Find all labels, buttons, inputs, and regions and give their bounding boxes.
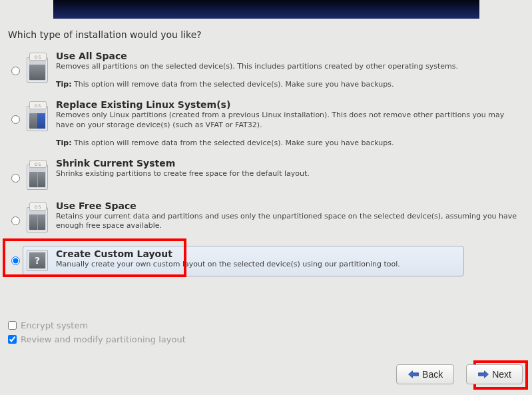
button-label: Next	[492, 369, 511, 380]
radio-custom-layout[interactable]	[11, 256, 20, 265]
checkbox-review-input[interactable]	[8, 335, 17, 344]
option-shrink[interactable]: OS Shrink Current System Shrinks existin…	[8, 155, 524, 194]
radio-shrink[interactable]	[11, 174, 20, 183]
checkbox-review-layout[interactable]: Review and modify partitioning layout	[8, 334, 186, 344]
option-title: Replace Existing Linux System(s)	[56, 99, 520, 110]
back-button[interactable]: Back	[396, 364, 454, 384]
option-desc: Removes all partitions on the selected d…	[56, 62, 520, 72]
option-custom-layout[interactable]: Create Custom Layout Manually create you…	[8, 243, 524, 275]
option-icon: OS	[23, 99, 52, 131]
option-tip: Tip: This option will remove data from t…	[56, 139, 520, 147]
checkbox-label: Encrypt system	[21, 320, 88, 330]
checkbox-label: Review and modify partitioning layout	[21, 334, 186, 344]
button-label: Back	[422, 369, 443, 380]
option-use-all-space[interactable]: OS Use All Space Removes all partitions …	[8, 48, 524, 93]
option-desc: Manually create your own custom layout o…	[56, 260, 520, 270]
page-question: Which type of installation would you lik…	[8, 29, 202, 40]
arrow-right-icon	[477, 370, 489, 379]
option-icon: OS	[23, 51, 52, 83]
next-button[interactable]: Next	[466, 364, 523, 384]
option-icon: OS	[23, 158, 52, 190]
option-tip: Tip: This option will remove data from t…	[56, 80, 520, 89]
arrow-left-icon	[407, 370, 419, 379]
option-replace-linux[interactable]: OS Replace Existing Linux System(s) Remo…	[8, 97, 524, 151]
checkbox-encrypt-system[interactable]: Encrypt system	[8, 320, 186, 330]
radio-replace-linux[interactable]	[11, 115, 20, 124]
radio-use-all-space[interactable]	[11, 67, 20, 75]
option-icon: OS	[23, 200, 52, 232]
option-desc: Removes only Linux partitions (created f…	[56, 111, 520, 131]
option-desc: Retains your current data and partitions…	[56, 212, 520, 232]
header-banner	[53, 0, 479, 19]
extra-options: Encrypt system Review and modify partiti…	[8, 316, 186, 344]
option-icon	[23, 246, 52, 271]
option-title: Use Free Space	[56, 200, 520, 211]
option-desc: Shrinks existing partitions to create fr…	[56, 169, 520, 179]
option-free-space[interactable]: OS Use Free Space Retains your current d…	[8, 198, 524, 236]
footer-buttons: Back Next	[396, 364, 523, 384]
checkbox-encrypt-input[interactable]	[8, 321, 17, 330]
install-options: OS Use All Space Removes all partitions …	[8, 44, 524, 275]
option-title: Use All Space	[56, 51, 520, 61]
radio-free-space[interactable]	[11, 216, 20, 225]
option-title: Shrink Current System	[56, 158, 520, 169]
option-title: Create Custom Layout	[56, 248, 520, 259]
